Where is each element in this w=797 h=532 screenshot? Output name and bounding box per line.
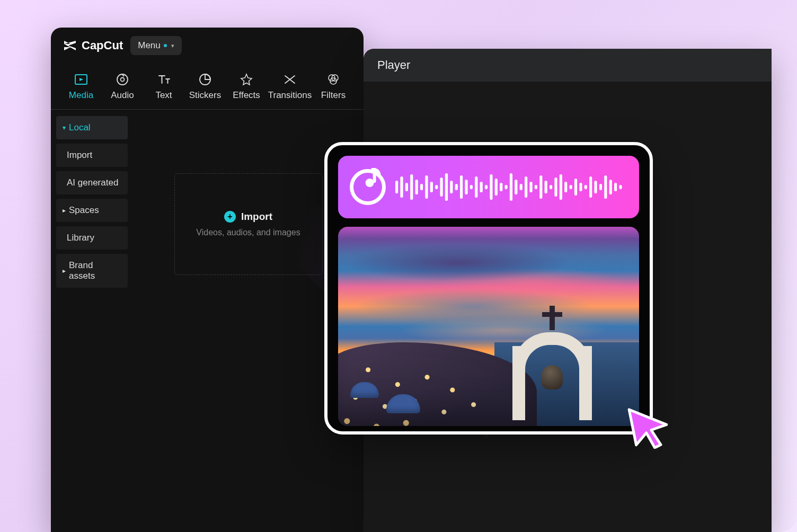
transitions-icon [282, 72, 297, 87]
svg-rect-26 [480, 182, 483, 192]
svg-rect-52 [609, 180, 612, 194]
text-icon [156, 72, 171, 87]
svg-rect-27 [485, 185, 488, 189]
svg-point-2 [121, 78, 125, 82]
media-sidebar: Local Import AI generated Spaces Library… [51, 110, 133, 529]
media-icon [74, 72, 88, 87]
svg-rect-24 [470, 185, 473, 189]
thumbnail-belltower-icon [512, 314, 592, 420]
svg-rect-48 [589, 176, 592, 198]
svg-rect-23 [465, 180, 467, 194]
sidebar-item-spaces[interactable]: Spaces [56, 199, 128, 222]
stickers-icon [198, 72, 212, 87]
svg-point-1 [117, 74, 128, 85]
svg-rect-17 [435, 185, 438, 189]
tab-transitions[interactable]: Transitions [267, 69, 313, 106]
svg-rect-34 [520, 184, 523, 190]
svg-rect-54 [619, 185, 622, 189]
tab-media[interactable]: Media [60, 69, 102, 106]
tab-label: Text [155, 90, 172, 101]
svg-rect-46 [579, 183, 582, 191]
chevron-down-icon: ▾ [171, 42, 174, 49]
svg-rect-53 [614, 183, 617, 191]
svg-rect-12 [410, 174, 413, 200]
svg-rect-37 [535, 185, 537, 189]
svg-rect-39 [545, 181, 547, 193]
content-row: Local Import AI generated Spaces Library… [51, 110, 364, 529]
svg-rect-10 [400, 176, 403, 198]
video-thumbnail[interactable] [338, 227, 639, 426]
svg-rect-40 [550, 185, 552, 189]
svg-rect-33 [515, 180, 517, 194]
sidebar-item-label: Library [67, 233, 94, 243]
menu-button-label: Menu [138, 40, 161, 51]
tab-filters[interactable]: Filters [313, 69, 354, 106]
tab-stickers[interactable]: Stickers [184, 69, 226, 106]
player-title: Player [364, 49, 772, 82]
sidebar-item-import[interactable]: Import [56, 144, 128, 167]
cursor-icon [625, 401, 672, 452]
app-name: CapCut [82, 39, 123, 52]
svg-rect-19 [445, 173, 448, 201]
audio-waveform-icon [395, 172, 627, 202]
music-disc-icon [350, 169, 386, 205]
svg-rect-32 [510, 173, 512, 201]
svg-rect-45 [574, 179, 577, 196]
tab-text[interactable]: Text [143, 69, 184, 106]
editor-window: CapCut Menu ▾ Media Audio Text [51, 28, 364, 532]
svg-rect-47 [585, 185, 587, 189]
app-logo[interactable]: CapCut [63, 39, 123, 52]
import-subtitle: Videos, audios, and images [180, 228, 317, 237]
svg-rect-22 [460, 175, 463, 199]
svg-rect-28 [490, 174, 492, 200]
filters-icon [326, 72, 341, 87]
svg-rect-51 [604, 175, 607, 199]
capcut-logo-icon [63, 39, 77, 52]
svg-rect-25 [475, 176, 477, 198]
effects-icon [239, 72, 254, 87]
svg-rect-50 [599, 184, 602, 190]
svg-rect-42 [560, 174, 562, 200]
menu-indicator-dot-icon [164, 44, 167, 47]
svg-rect-21 [455, 184, 458, 190]
svg-rect-38 [539, 175, 542, 199]
svg-rect-44 [570, 185, 572, 189]
sidebar-item-label: Import [67, 150, 92, 161]
svg-rect-31 [504, 185, 507, 189]
tool-tabs: Media Audio Text Stickers Effects [51, 64, 364, 109]
tab-label: Audio [111, 90, 134, 101]
sidebar-item-library[interactable]: Library [56, 226, 128, 250]
svg-rect-41 [554, 178, 557, 197]
svg-rect-14 [420, 184, 423, 190]
svg-rect-11 [405, 183, 408, 191]
tab-label: Transitions [268, 90, 312, 101]
svg-rect-15 [425, 175, 428, 199]
menu-button[interactable]: Menu ▾ [130, 36, 182, 55]
svg-rect-43 [564, 182, 567, 192]
import-title: Import [241, 211, 272, 223]
svg-rect-29 [495, 179, 498, 196]
tab-label: Filters [321, 90, 346, 101]
header-bar: CapCut Menu ▾ [51, 28, 364, 64]
import-dropzone[interactable]: + Import Videos, audios, and images [174, 173, 323, 275]
svg-rect-20 [450, 181, 453, 193]
sidebar-item-label: Brand assets [69, 260, 121, 281]
tab-label: Effects [233, 90, 260, 101]
svg-rect-13 [415, 180, 418, 194]
tab-label: Media [69, 90, 93, 101]
svg-rect-9 [395, 181, 398, 193]
svg-rect-30 [500, 183, 502, 191]
sidebar-item-label: Spaces [69, 205, 99, 216]
tab-effects[interactable]: Effects [226, 69, 267, 106]
sidebar-item-brand-assets[interactable]: Brand assets [56, 254, 128, 288]
svg-rect-49 [594, 181, 597, 193]
tab-audio[interactable]: Audio [102, 69, 143, 106]
audio-clip-preview[interactable] [338, 156, 639, 218]
sidebar-item-local[interactable]: Local [56, 116, 128, 139]
sidebar-item-ai-generated[interactable]: AI generated [56, 171, 128, 194]
sidebar-item-label: Local [69, 122, 91, 133]
svg-rect-18 [440, 178, 442, 197]
tab-label: Stickers [189, 90, 221, 101]
sidebar-item-label: AI generated [67, 178, 118, 188]
svg-point-7 [366, 179, 374, 187]
